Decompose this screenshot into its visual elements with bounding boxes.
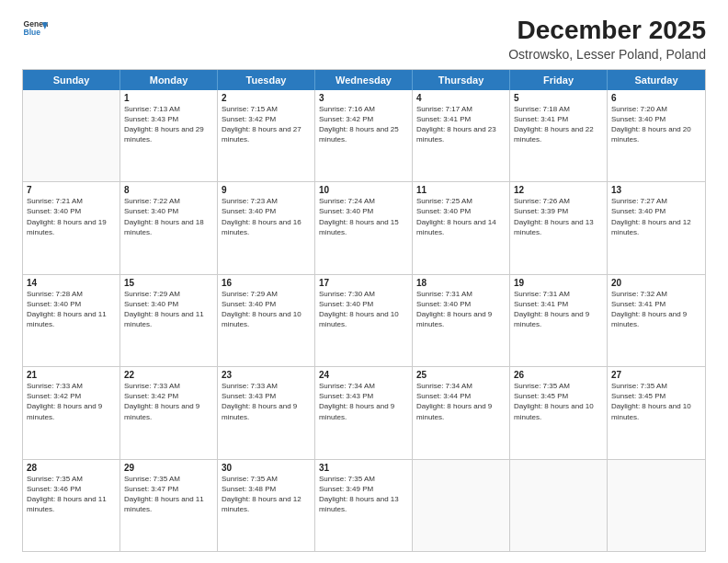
cell-info: Sunrise: 7:20 AMSunset: 3:40 PMDaylight:…	[611, 104, 701, 145]
cell-info: Sunrise: 7:32 AMSunset: 3:41 PMDaylight:…	[611, 289, 701, 330]
cell-info: Sunrise: 7:33 AMSunset: 3:42 PMDaylight:…	[124, 381, 213, 422]
calendar-cell-4: 4Sunrise: 7:17 AMSunset: 3:41 PMDaylight…	[413, 90, 510, 181]
day-number: 17	[319, 278, 408, 288]
day-number: 29	[124, 463, 213, 473]
cell-info: Sunrise: 7:27 AMSunset: 3:40 PMDaylight:…	[611, 196, 701, 237]
empty-cell	[413, 460, 510, 551]
day-number: 5	[514, 93, 603, 103]
day-number: 22	[124, 370, 213, 380]
cell-info: Sunrise: 7:33 AMSunset: 3:42 PMDaylight:…	[27, 381, 116, 422]
calendar-header: SundayMondayTuesdayWednesdayThursdayFrid…	[23, 70, 705, 90]
calendar-row: 1Sunrise: 7:13 AMSunset: 3:43 PMDaylight…	[23, 90, 705, 182]
logo-icon: General Blue	[22, 17, 48, 42]
cell-info: Sunrise: 7:29 AMSunset: 3:40 PMDaylight:…	[222, 289, 311, 330]
calendar-cell-21: 21Sunrise: 7:33 AMSunset: 3:42 PMDayligh…	[23, 367, 120, 458]
day-number: 20	[611, 278, 701, 288]
calendar-row: 21Sunrise: 7:33 AMSunset: 3:42 PMDayligh…	[23, 367, 705, 459]
day-number: 4	[416, 93, 506, 103]
calendar-cell-23: 23Sunrise: 7:33 AMSunset: 3:43 PMDayligh…	[218, 367, 315, 458]
cell-info: Sunrise: 7:35 AMSunset: 3:45 PMDaylight:…	[514, 381, 603, 422]
cell-info: Sunrise: 7:16 AMSunset: 3:42 PMDaylight:…	[319, 104, 408, 145]
day-number: 12	[514, 185, 603, 195]
title-block: December 2025 Ostrowsko, Lesser Poland, …	[508, 17, 706, 62]
empty-cell	[608, 460, 705, 551]
calendar-cell-17: 17Sunrise: 7:30 AMSunset: 3:40 PMDayligh…	[315, 275, 413, 366]
calendar-cell-5: 5Sunrise: 7:18 AMSunset: 3:41 PMDaylight…	[510, 90, 608, 181]
day-number: 23	[222, 370, 311, 380]
calendar-cell-22: 22Sunrise: 7:33 AMSunset: 3:42 PMDayligh…	[120, 367, 218, 458]
day-number: 9	[222, 185, 311, 195]
calendar-cell-20: 20Sunrise: 7:32 AMSunset: 3:41 PMDayligh…	[608, 275, 705, 366]
calendar-cell-10: 10Sunrise: 7:24 AMSunset: 3:40 PMDayligh…	[315, 182, 413, 273]
calendar-cell-7: 7Sunrise: 7:21 AMSunset: 3:40 PMDaylight…	[23, 182, 120, 273]
calendar-cell-6: 6Sunrise: 7:20 AMSunset: 3:40 PMDaylight…	[608, 90, 705, 181]
cell-info: Sunrise: 7:18 AMSunset: 3:41 PMDaylight:…	[514, 104, 603, 145]
cell-info: Sunrise: 7:34 AMSunset: 3:44 PMDaylight:…	[416, 381, 506, 422]
day-number: 19	[514, 278, 603, 288]
day-number: 25	[416, 370, 506, 380]
day-number: 15	[124, 278, 213, 288]
cell-info: Sunrise: 7:25 AMSunset: 3:40 PMDaylight:…	[416, 196, 506, 237]
cell-info: Sunrise: 7:31 AMSunset: 3:40 PMDaylight:…	[416, 289, 506, 330]
calendar-cell-19: 19Sunrise: 7:31 AMSunset: 3:41 PMDayligh…	[510, 275, 608, 366]
calendar-cell-3: 3Sunrise: 7:16 AMSunset: 3:42 PMDaylight…	[315, 90, 413, 181]
day-number: 21	[27, 370, 116, 380]
cell-info: Sunrise: 7:13 AMSunset: 3:43 PMDaylight:…	[124, 104, 213, 145]
cell-info: Sunrise: 7:24 AMSunset: 3:40 PMDaylight:…	[319, 196, 408, 237]
day-number: 28	[27, 463, 116, 473]
cell-info: Sunrise: 7:22 AMSunset: 3:40 PMDaylight:…	[124, 196, 213, 237]
day-number: 11	[416, 185, 506, 195]
day-number: 16	[222, 278, 311, 288]
calendar-row: 14Sunrise: 7:28 AMSunset: 3:40 PMDayligh…	[23, 275, 705, 367]
day-number: 7	[27, 185, 116, 195]
day-number: 24	[319, 370, 408, 380]
cell-info: Sunrise: 7:26 AMSunset: 3:39 PMDaylight:…	[514, 196, 603, 237]
calendar-cell-31: 31Sunrise: 7:35 AMSunset: 3:49 PMDayligh…	[315, 460, 413, 551]
calendar-cell-28: 28Sunrise: 7:35 AMSunset: 3:46 PMDayligh…	[23, 460, 120, 551]
day-number: 18	[416, 278, 506, 288]
cell-info: Sunrise: 7:23 AMSunset: 3:40 PMDaylight:…	[222, 196, 311, 237]
calendar-cell-11: 11Sunrise: 7:25 AMSunset: 3:40 PMDayligh…	[413, 182, 510, 273]
header-cell-wednesday: Wednesday	[315, 70, 413, 90]
cell-info: Sunrise: 7:21 AMSunset: 3:40 PMDaylight:…	[27, 196, 116, 237]
cell-info: Sunrise: 7:35 AMSunset: 3:45 PMDaylight:…	[611, 381, 701, 422]
day-number: 8	[124, 185, 213, 195]
cell-info: Sunrise: 7:33 AMSunset: 3:43 PMDaylight:…	[222, 381, 311, 422]
calendar-cell-13: 13Sunrise: 7:27 AMSunset: 3:40 PMDayligh…	[608, 182, 705, 273]
cell-info: Sunrise: 7:34 AMSunset: 3:43 PMDaylight:…	[319, 381, 408, 422]
empty-cell	[510, 460, 608, 551]
cell-info: Sunrise: 7:15 AMSunset: 3:42 PMDaylight:…	[222, 104, 311, 145]
calendar-cell-24: 24Sunrise: 7:34 AMSunset: 3:43 PMDayligh…	[315, 367, 413, 458]
day-number: 1	[124, 93, 213, 103]
day-number: 10	[319, 185, 408, 195]
calendar: SundayMondayTuesdayWednesdayThursdayFrid…	[22, 69, 706, 552]
calendar-row: 7Sunrise: 7:21 AMSunset: 3:40 PMDaylight…	[23, 182, 705, 274]
cell-info: Sunrise: 7:31 AMSunset: 3:41 PMDaylight:…	[514, 289, 603, 330]
day-number: 31	[319, 463, 408, 473]
calendar-cell-27: 27Sunrise: 7:35 AMSunset: 3:45 PMDayligh…	[608, 367, 705, 458]
page-subtitle: Ostrowsko, Lesser Poland, Poland	[508, 47, 706, 62]
calendar-cell-8: 8Sunrise: 7:22 AMSunset: 3:40 PMDaylight…	[120, 182, 218, 273]
day-number: 6	[611, 93, 701, 103]
day-number: 27	[611, 370, 701, 380]
calendar-cell-18: 18Sunrise: 7:31 AMSunset: 3:40 PMDayligh…	[413, 275, 510, 366]
day-number: 3	[319, 93, 408, 103]
calendar-cell-30: 30Sunrise: 7:35 AMSunset: 3:48 PMDayligh…	[218, 460, 315, 551]
page-title: December 2025	[508, 17, 706, 45]
calendar-cell-25: 25Sunrise: 7:34 AMSunset: 3:44 PMDayligh…	[413, 367, 510, 458]
calendar-cell-2: 2Sunrise: 7:15 AMSunset: 3:42 PMDaylight…	[218, 90, 315, 181]
empty-cell	[23, 90, 120, 181]
header-cell-friday: Friday	[510, 70, 608, 90]
calendar-cell-12: 12Sunrise: 7:26 AMSunset: 3:39 PMDayligh…	[510, 182, 608, 273]
cell-info: Sunrise: 7:35 AMSunset: 3:49 PMDaylight:…	[319, 474, 408, 515]
calendar-row: 28Sunrise: 7:35 AMSunset: 3:46 PMDayligh…	[23, 460, 705, 551]
day-number: 26	[514, 370, 603, 380]
header-cell-monday: Monday	[120, 70, 218, 90]
calendar-cell-9: 9Sunrise: 7:23 AMSunset: 3:40 PMDaylight…	[218, 182, 315, 273]
header-cell-thursday: Thursday	[413, 70, 510, 90]
cell-info: Sunrise: 7:29 AMSunset: 3:40 PMDaylight:…	[124, 289, 213, 330]
day-number: 2	[222, 93, 311, 103]
logo: General Blue	[22, 17, 48, 42]
calendar-cell-29: 29Sunrise: 7:35 AMSunset: 3:47 PMDayligh…	[120, 460, 218, 551]
day-number: 14	[27, 278, 116, 288]
